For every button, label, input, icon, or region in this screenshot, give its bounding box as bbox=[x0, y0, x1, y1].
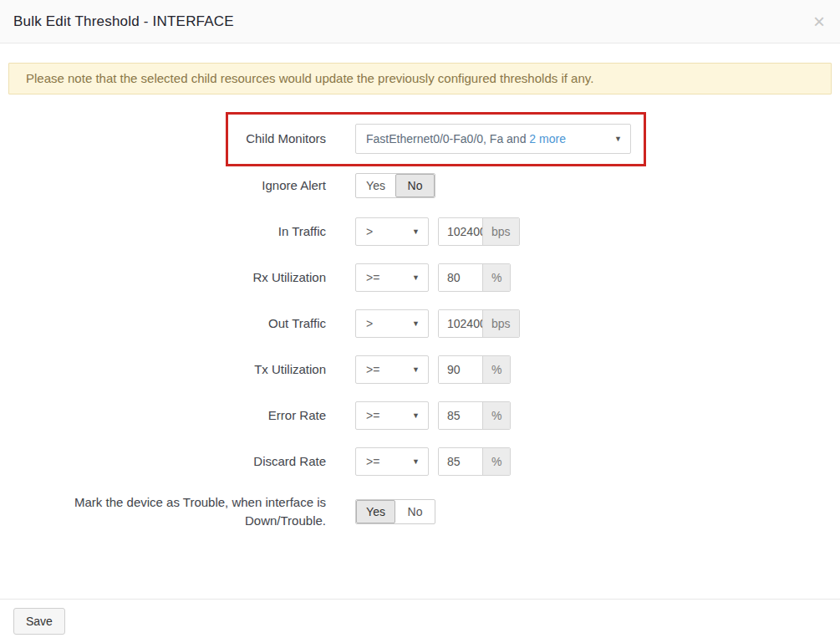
dialog-body: Please note that the selected child reso… bbox=[0, 43, 840, 599]
ignore-alert-row: Ignore Alert Yes No bbox=[0, 171, 840, 200]
chevron-down-icon: ▼ bbox=[412, 227, 420, 236]
mark-trouble-no-button[interactable]: No bbox=[395, 500, 435, 523]
rx-utilization-value-input[interactable] bbox=[439, 264, 482, 291]
rx-utilization-unit: % bbox=[482, 264, 510, 291]
rx-utilization-operator-select[interactable]: >= ▼ bbox=[355, 263, 429, 292]
ignore-alert-label: Ignore Alert bbox=[0, 176, 326, 195]
tx-utilization-input-group: % bbox=[438, 355, 511, 384]
discard-rate-value-input[interactable] bbox=[439, 448, 482, 475]
out-traffic-value-input[interactable] bbox=[439, 310, 482, 337]
ignore-alert-yes-button[interactable]: Yes bbox=[356, 174, 395, 197]
chevron-down-icon: ▼ bbox=[412, 273, 420, 282]
chevron-down-icon: ▼ bbox=[412, 319, 420, 328]
child-monitors-dropdown[interactable]: FastEthernet0/0-Fa0/0, Fa and 2 more ▼ bbox=[355, 124, 631, 154]
error-rate-label: Error Rate bbox=[0, 406, 326, 425]
bulk-edit-threshold-dialog: Bulk Edit Threshold - INTERFACE × Please… bbox=[0, 0, 840, 643]
out-traffic-row: Out Traffic > ▼ bps bbox=[0, 309, 840, 338]
dialog-footer: Save bbox=[0, 599, 840, 643]
in-traffic-row: In Traffic > ▼ bps bbox=[0, 217, 840, 246]
tx-utilization-row: Tx Utilization >= ▼ % bbox=[0, 355, 840, 384]
tx-utilization-operator-select[interactable]: >= ▼ bbox=[355, 355, 429, 384]
operator-value: > bbox=[366, 225, 373, 238]
child-monitors-label: Child Monitors bbox=[0, 130, 326, 148]
rx-utilization-label: Rx Utilization bbox=[0, 268, 326, 287]
discard-rate-operator-select[interactable]: >= ▼ bbox=[355, 447, 429, 476]
rx-utilization-input-group: % bbox=[438, 263, 511, 292]
chevron-down-icon: ▼ bbox=[412, 411, 420, 420]
mark-trouble-yes-button[interactable]: Yes bbox=[356, 500, 395, 523]
save-button[interactable]: Save bbox=[13, 608, 65, 635]
tx-utilization-unit: % bbox=[482, 356, 510, 383]
mark-trouble-label: Mark the device as Trouble, when interfa… bbox=[0, 493, 326, 530]
operator-value: >= bbox=[366, 271, 379, 284]
discard-rate-input-group: % bbox=[438, 447, 511, 476]
mark-trouble-toggle[interactable]: Yes No bbox=[355, 499, 435, 524]
out-traffic-unit: bps bbox=[482, 310, 519, 337]
tx-utilization-value-input[interactable] bbox=[439, 356, 482, 383]
discard-rate-unit: % bbox=[482, 448, 510, 475]
in-traffic-label: In Traffic bbox=[0, 222, 326, 241]
warning-banner: Please note that the selected child reso… bbox=[8, 63, 832, 94]
out-traffic-operator-select[interactable]: > ▼ bbox=[355, 309, 429, 338]
in-traffic-unit: bps bbox=[482, 218, 519, 245]
tx-utilization-label: Tx Utilization bbox=[0, 360, 326, 379]
discard-rate-label: Discard Rate bbox=[0, 452, 326, 471]
out-traffic-label: Out Traffic bbox=[0, 314, 326, 333]
in-traffic-operator-select[interactable]: > ▼ bbox=[355, 217, 429, 246]
chevron-down-icon: ▼ bbox=[412, 457, 420, 466]
error-rate-value-input[interactable] bbox=[439, 402, 482, 429]
error-rate-row: Error Rate >= ▼ % bbox=[0, 401, 840, 430]
operator-value: >= bbox=[366, 409, 379, 422]
more-link[interactable]: 2 more bbox=[529, 132, 566, 145]
operator-value: > bbox=[366, 317, 373, 330]
operator-value: >= bbox=[366, 363, 379, 376]
in-traffic-value-input[interactable] bbox=[439, 218, 482, 245]
ignore-alert-no-button[interactable]: No bbox=[395, 174, 435, 197]
ignore-alert-toggle[interactable]: Yes No bbox=[355, 173, 435, 198]
dialog-header: Bulk Edit Threshold - INTERFACE × bbox=[0, 0, 840, 43]
dialog-title: Bulk Edit Threshold - INTERFACE bbox=[13, 13, 234, 30]
child-monitors-value: FastEthernet0/0-Fa0/0, Fa and 2 more bbox=[366, 132, 566, 145]
in-traffic-input-group: bps bbox=[438, 217, 520, 246]
close-icon[interactable]: × bbox=[812, 12, 827, 32]
discard-rate-row: Discard Rate >= ▼ % bbox=[0, 447, 840, 476]
error-rate-unit: % bbox=[482, 402, 510, 429]
mark-trouble-row: Mark the device as Trouble, when interfa… bbox=[0, 493, 840, 530]
threshold-form: Child Monitors FastEthernet0/0-Fa0/0, Fa… bbox=[0, 124, 840, 530]
child-monitors-row: Child Monitors FastEthernet0/0-Fa0/0, Fa… bbox=[0, 124, 840, 154]
error-rate-input-group: % bbox=[438, 401, 511, 430]
operator-value: >= bbox=[366, 455, 379, 468]
rx-utilization-row: Rx Utilization >= ▼ % bbox=[0, 263, 840, 292]
chevron-down-icon: ▼ bbox=[614, 135, 622, 143]
chevron-down-icon: ▼ bbox=[412, 365, 420, 374]
out-traffic-input-group: bps bbox=[438, 309, 520, 338]
error-rate-operator-select[interactable]: >= ▼ bbox=[355, 401, 429, 430]
